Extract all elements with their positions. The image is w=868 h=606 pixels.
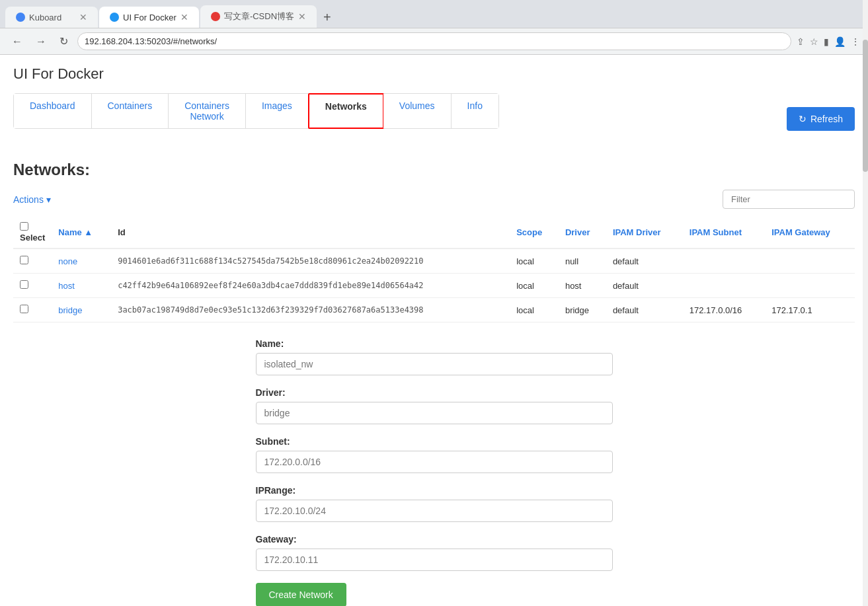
tab-volumes[interactable]: Volumes [383, 94, 452, 128]
create-network-form: Name: Driver: Subnet: IPRange: Gateway: … [243, 338, 626, 606]
row-ipam-gateway-2: 172.17.0.1 [765, 298, 855, 322]
tab-bar: Kuboard ✕ UI For Docker ✕ 写文章-CSDN博客 ✕ + [0, 0, 868, 28]
table-header-row: Select Name ▲ Id Scope Driver IPAM Drive… [13, 217, 855, 248]
tab-containers[interactable]: Containers [92, 94, 169, 128]
tab-uidocker[interactable]: UI For Docker ✕ [99, 7, 199, 28]
table-row: host c42ff42b9e64a106892eef8f24e60a3db4c… [13, 274, 855, 298]
scope-col-header[interactable]: Scope [510, 217, 559, 248]
tab-networks[interactable]: Networks [308, 93, 384, 129]
actions-dropdown-icon: ▾ [46, 194, 51, 205]
reload-button[interactable]: ↻ [56, 34, 72, 49]
row-select-2[interactable] [20, 305, 28, 313]
actions-button[interactable]: Actions ▾ [13, 194, 51, 205]
row-id-1: c42ff42b9e64a106892eef8f24e60a3db4cae7dd… [111, 274, 510, 298]
row-ipam-subnet-0 [683, 248, 765, 274]
uidocker-favicon [110, 13, 119, 22]
networks-table: Select Name ▲ Id Scope Driver IPAM Drive… [13, 217, 855, 322]
tab-kuboard[interactable]: Kuboard ✕ [5, 7, 98, 28]
tab-csdn-close[interactable]: ✕ [298, 11, 306, 22]
table-body: none 9014601e6ad6f311c688f134c527545da75… [13, 248, 855, 322]
row-name-2[interactable]: bridge [52, 298, 111, 322]
tab-containers-network[interactable]: Containers Network [169, 94, 246, 128]
tab-kuboard-close[interactable]: ✕ [79, 12, 87, 22]
tab-dashboard[interactable]: Dashboard [14, 94, 92, 128]
driver-input[interactable] [256, 402, 613, 424]
share-icon: ⇪ [797, 36, 805, 47]
gateway-field-group: Gateway: [256, 534, 613, 571]
refresh-button[interactable]: ↻ Refresh [787, 107, 855, 131]
name-col-header[interactable]: Name ▲ [52, 217, 111, 248]
iprange-label: IPRange: [256, 485, 613, 496]
profile-icon: 👤 [834, 36, 846, 47]
row-name-0[interactable]: none [52, 248, 111, 274]
row-driver-2: bridge [559, 298, 606, 322]
row-select-1[interactable] [20, 280, 28, 289]
bookmark-icon: ☆ [810, 36, 818, 47]
back-button[interactable]: ← [8, 34, 26, 49]
select-all-col: Select [13, 217, 52, 248]
table-row: bridge 3acb07ac198749d8d7e0ec93e51c132d6… [13, 298, 855, 322]
iprange-input[interactable] [256, 500, 613, 522]
forward-button[interactable]: → [32, 34, 50, 49]
row-ipam-driver-2: default [606, 298, 683, 322]
table-header: Select Name ▲ Id Scope Driver IPAM Drive… [13, 217, 855, 248]
tab-csdn[interactable]: 写文章-CSDN博客 ✕ [200, 5, 317, 28]
row-checkbox-2[interactable] [13, 298, 52, 322]
row-ipam-driver-0: default [606, 248, 683, 274]
table-row: none 9014601e6ad6f311c688f134c527545da75… [13, 248, 855, 274]
name-label: Name: [256, 338, 613, 349]
row-name-1[interactable]: host [52, 274, 111, 298]
browser-chrome: Kuboard ✕ UI For Docker ✕ 写文章-CSDN博客 ✕ +… [0, 0, 868, 55]
gateway-label: Gateway: [256, 534, 613, 545]
ipam-driver-col-header[interactable]: IPAM Driver [606, 217, 683, 248]
ipam-subnet-col-header[interactable]: IPAM Subnet [683, 217, 765, 248]
subnet-input[interactable] [256, 451, 613, 473]
filter-input[interactable] [723, 190, 855, 209]
iprange-field-group: IPRange: [256, 485, 613, 522]
row-ipam-driver-1: default [606, 274, 683, 298]
tab-kuboard-label: Kuboard [29, 13, 61, 22]
row-driver-0: null [559, 248, 606, 274]
ipam-gateway-col-header[interactable]: IPAM Gateway [765, 217, 855, 248]
row-select-0[interactable] [20, 256, 28, 264]
scrollbar-thumb[interactable] [863, 40, 868, 172]
row-checkbox-1[interactable] [13, 274, 52, 298]
driver-field-group: Driver: [256, 387, 613, 424]
driver-col-header[interactable]: Driver [559, 217, 606, 248]
containers-network-label: Containers Network [184, 100, 229, 122]
tab-uidocker-close[interactable]: ✕ [180, 12, 188, 22]
tab-csdn-label: 写文章-CSDN博客 [224, 11, 294, 22]
tab-uidocker-label: UI For Docker [123, 13, 177, 22]
tab-images[interactable]: Images [246, 94, 309, 128]
name-input[interactable] [256, 353, 613, 375]
row-scope-2: local [510, 298, 559, 322]
cast-icon: ▮ [824, 36, 829, 47]
app-title: UI For Docker [13, 65, 855, 83]
row-ipam-subnet-2: 172.17.0.0/16 [683, 298, 765, 322]
select-all-checkbox[interactable] [20, 222, 28, 231]
row-ipam-subnet-1 [683, 274, 765, 298]
row-id-2: 3acb07ac198749d8d7e0ec93e51c132d63f23932… [111, 298, 510, 322]
id-col-header: Id [111, 217, 510, 248]
nav-tabs: Dashboard Containers Containers Network … [13, 93, 499, 129]
tab-info[interactable]: Info [452, 94, 498, 128]
app-container: UI For Docker Dashboard Containers Conta… [0, 55, 868, 606]
row-checkbox-0[interactable] [13, 248, 52, 274]
address-bar: ← → ↻ ⇪ ☆ ▮ 👤 ⋮ [0, 28, 868, 54]
row-scope-1: local [510, 274, 559, 298]
new-tab-button[interactable]: + [318, 7, 336, 28]
csdn-favicon [211, 12, 220, 21]
row-id-0: 9014601e6ad6f311c688f134c527545da7542b5e… [111, 248, 510, 274]
kuboard-favicon [16, 13, 25, 22]
gateway-input[interactable] [256, 549, 613, 571]
create-network-button[interactable]: Create Network [256, 583, 346, 606]
page-heading: Networks: [13, 161, 855, 179]
refresh-icon: ↻ [799, 114, 807, 124]
scrollbar[interactable] [863, 0, 868, 606]
subnet-label: Subnet: [256, 436, 613, 447]
row-scope-0: local [510, 248, 559, 274]
address-input[interactable] [77, 32, 791, 50]
row-ipam-gateway-0 [765, 248, 855, 274]
address-icons: ⇪ ☆ ▮ 👤 ⋮ [797, 36, 860, 47]
menu-icon: ⋮ [851, 36, 860, 47]
